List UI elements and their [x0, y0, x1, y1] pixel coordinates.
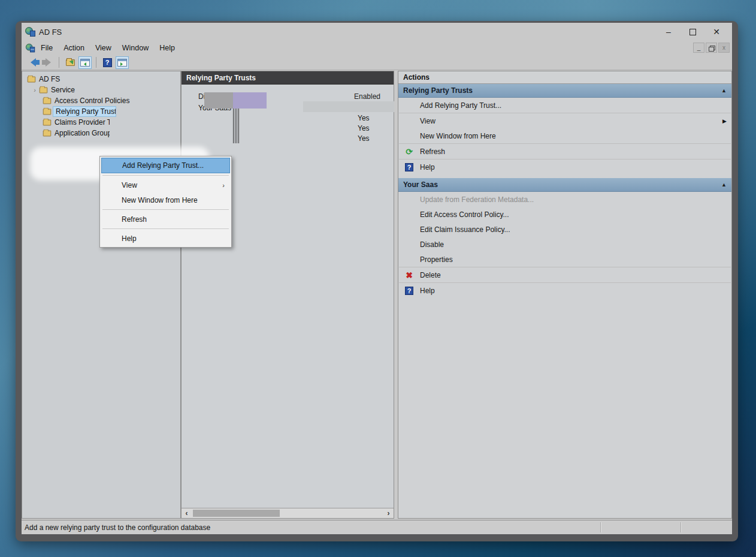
action-properties[interactable]: Properties	[398, 252, 731, 267]
status-separator	[600, 522, 601, 532]
trust-row-enabled[interactable]: Yes	[358, 114, 370, 122]
export-list-button[interactable]	[63, 56, 77, 69]
tree-item-claims-provider-trusts[interactable]: Claims Provider Trusts	[22, 117, 180, 128]
folder-icon	[43, 98, 52, 104]
menu-view[interactable]: View	[90, 42, 117, 54]
actions-pane: Actions Relying Party Trusts ▲ Add Relyi…	[398, 71, 732, 519]
maximize-icon	[690, 29, 696, 35]
adfs-app-icon	[25, 27, 35, 37]
maximize-button[interactable]	[681, 25, 704, 39]
refresh-icon: ⟳	[404, 147, 414, 156]
export-folder-icon	[66, 59, 75, 66]
tree-item-adfs-root[interactable]: AD FS	[22, 74, 180, 85]
folder-icon	[43, 109, 52, 115]
action-new-window-from-here[interactable]: New Window from Here	[398, 128, 731, 143]
back-button[interactable]	[26, 56, 40, 69]
console-icon	[26, 44, 35, 52]
relying-party-trusts-pane: Relying Party Trusts Display Name Enable…	[181, 71, 394, 519]
child-close-button[interactable]: x	[718, 43, 730, 53]
action-delete[interactable]: ✖ Delete	[398, 267, 731, 282]
console-tree-pane: AD FS › Service Access Control Policies	[22, 71, 181, 519]
restore-icon	[709, 46, 714, 50]
context-add-relying-party-trust[interactable]: Add Relying Party Trust...	[101, 158, 230, 173]
help-icon: ?	[404, 162, 414, 172]
scroll-right-arrow[interactable]: ›	[383, 509, 394, 517]
collapse-icon[interactable]: ▲	[721, 88, 727, 94]
actions-pane-title: Actions	[398, 71, 731, 84]
column-header-enabled[interactable]: Enabled	[354, 92, 380, 101]
redaction-band	[303, 101, 394, 112]
action-edit-access-control-policy[interactable]: Edit Access Control Policy...	[398, 207, 731, 222]
menu-file[interactable]: File	[35, 42, 58, 54]
scrollbar-track[interactable]	[192, 508, 383, 518]
status-separator	[681, 522, 681, 532]
action-help[interactable]: ? Help	[398, 283, 731, 298]
center-pane-header: Relying Party Trusts	[182, 71, 394, 85]
help-button[interactable]: ?	[101, 56, 114, 69]
child-minimize-button[interactable]: _	[693, 43, 704, 53]
delete-icon: ✖	[404, 270, 414, 280]
redaction-box-gray	[204, 92, 233, 109]
folder-icon	[43, 119, 52, 125]
trust-row-enabled[interactable]: Yes	[358, 124, 370, 133]
action-view[interactable]: View ▶	[398, 113, 731, 128]
separator	[102, 175, 229, 176]
separator	[102, 209, 229, 210]
folder-icon	[28, 76, 36, 82]
tree-item-application-groups[interactable]: Application Groups	[22, 128, 180, 139]
menu-bar: File Action View Window Help _ x	[22, 41, 732, 55]
main-area: AD FS › Service Access Control Policies	[22, 70, 732, 520]
scrollbar-thumb[interactable]	[193, 510, 280, 517]
context-view[interactable]: View ›	[101, 177, 230, 192]
redaction-stripes	[233, 109, 239, 143]
expander-icon[interactable]: ›	[32, 86, 38, 94]
menu-action[interactable]: Action	[58, 42, 90, 54]
tree-item-access-control-policies[interactable]: Access Control Policies	[22, 95, 180, 106]
toolbar-separator	[96, 57, 96, 68]
action-disable[interactable]: Disable	[398, 237, 731, 252]
collapse-icon[interactable]: ▲	[721, 182, 727, 188]
show-console-tree-toggle[interactable]	[78, 56, 92, 69]
context-refresh[interactable]: Refresh	[101, 212, 230, 227]
actions-section-relying-party-trusts[interactable]: Relying Party Trusts ▲	[398, 84, 731, 98]
action-refresh[interactable]: ⟳ Refresh	[398, 144, 731, 159]
menu-window[interactable]: Window	[117, 42, 154, 54]
forward-icon	[46, 58, 51, 67]
actions-section-your-saas[interactable]: Your Saas ▲	[398, 178, 731, 192]
action-add-relying-party-trust[interactable]: Add Relying Party Trust...	[398, 98, 731, 113]
console-tree-icon	[80, 59, 90, 67]
title-bar[interactable]: AD FS – ✕	[22, 23, 732, 41]
context-menu: Add Relying Party Trust... View › New Wi…	[99, 156, 232, 248]
desktop-background: AD FS – ✕ File Action View Window Help _	[0, 0, 756, 557]
back-icon	[31, 58, 36, 67]
action-update-from-federation-metadata: Update from Federation Metadata...	[398, 192, 731, 207]
trust-row-enabled[interactable]: Yes	[358, 134, 370, 143]
help-icon: ?	[103, 58, 112, 67]
folder-icon	[43, 130, 52, 136]
action-help[interactable]: ? Help	[398, 159, 731, 174]
action-pane-icon	[117, 59, 127, 67]
show-action-pane-toggle[interactable]	[116, 56, 129, 69]
folder-icon	[40, 87, 48, 93]
toolbar: ?	[22, 55, 732, 70]
child-restore-button[interactable]	[706, 43, 717, 53]
forward-button[interactable]	[41, 56, 55, 69]
window-title: AD FS	[39, 28, 62, 37]
close-button[interactable]: ✕	[704, 25, 728, 39]
horizontal-scrollbar[interactable]: ‹ ›	[182, 508, 394, 518]
menu-help[interactable]: Help	[154, 42, 180, 54]
tree-item-relying-party-trusts[interactable]: Relying Party Trusts	[22, 106, 180, 117]
redaction-box-purple	[233, 92, 267, 109]
submenu-arrow-icon: ▶	[722, 118, 727, 124]
action-edit-claim-issuance-policy[interactable]: Edit Claim Issuance Policy...	[398, 222, 731, 237]
context-help[interactable]: Help	[101, 231, 230, 246]
scroll-left-arrow[interactable]: ‹	[182, 509, 192, 517]
context-new-window-from-here[interactable]: New Window from Here	[101, 192, 230, 207]
trusts-list: Display Name Enabled Your Saas Yes Yes Y…	[182, 85, 394, 508]
status-text: Add a new relying party trust to the con…	[25, 523, 210, 532]
minimize-button[interactable]: –	[657, 25, 681, 39]
toolbar-separator	[59, 57, 59, 68]
adfs-window: AD FS – ✕ File Action View Window Help _	[16, 21, 738, 541]
tree-item-service[interactable]: › Service	[22, 85, 180, 95]
help-icon: ?	[404, 286, 414, 296]
